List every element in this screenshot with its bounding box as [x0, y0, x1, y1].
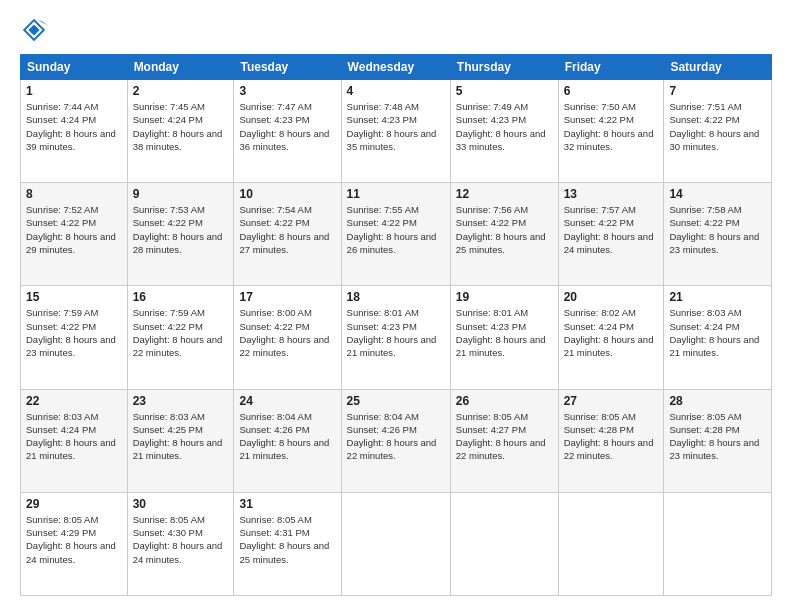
day-info: Sunrise: 7:48 AMSunset: 4:23 PMDaylight:…: [347, 101, 437, 152]
day-number: 23: [133, 394, 229, 408]
day-info: Sunrise: 7:45 AMSunset: 4:24 PMDaylight:…: [133, 101, 223, 152]
day-info: Sunrise: 8:04 AMSunset: 4:26 PMDaylight:…: [347, 411, 437, 462]
day-number: 22: [26, 394, 122, 408]
day-info: Sunrise: 7:51 AMSunset: 4:22 PMDaylight:…: [669, 101, 759, 152]
table-row: 14Sunrise: 7:58 AMSunset: 4:22 PMDayligh…: [664, 183, 772, 286]
day-info: Sunrise: 7:59 AMSunset: 4:22 PMDaylight:…: [26, 307, 116, 358]
table-row: 30Sunrise: 8:05 AMSunset: 4:30 PMDayligh…: [127, 492, 234, 595]
day-info: Sunrise: 8:01 AMSunset: 4:23 PMDaylight:…: [347, 307, 437, 358]
table-row: 17Sunrise: 8:00 AMSunset: 4:22 PMDayligh…: [234, 286, 341, 389]
table-row: 31Sunrise: 8:05 AMSunset: 4:31 PMDayligh…: [234, 492, 341, 595]
logo: [20, 16, 52, 44]
table-row: [450, 492, 558, 595]
day-info: Sunrise: 7:56 AMSunset: 4:22 PMDaylight:…: [456, 204, 546, 255]
day-info: Sunrise: 8:00 AMSunset: 4:22 PMDaylight:…: [239, 307, 329, 358]
calendar-header-monday: Monday: [127, 55, 234, 80]
table-row: [664, 492, 772, 595]
day-info: Sunrise: 7:55 AMSunset: 4:22 PMDaylight:…: [347, 204, 437, 255]
table-row: 19Sunrise: 8:01 AMSunset: 4:23 PMDayligh…: [450, 286, 558, 389]
day-number: 12: [456, 187, 553, 201]
day-number: 24: [239, 394, 335, 408]
table-row: 27Sunrise: 8:05 AMSunset: 4:28 PMDayligh…: [558, 389, 664, 492]
day-info: Sunrise: 7:57 AMSunset: 4:22 PMDaylight:…: [564, 204, 654, 255]
table-row: 20Sunrise: 8:02 AMSunset: 4:24 PMDayligh…: [558, 286, 664, 389]
calendar-header-wednesday: Wednesday: [341, 55, 450, 80]
day-info: Sunrise: 7:54 AMSunset: 4:22 PMDaylight:…: [239, 204, 329, 255]
table-row: 8Sunrise: 7:52 AMSunset: 4:22 PMDaylight…: [21, 183, 128, 286]
table-row: 5Sunrise: 7:49 AMSunset: 4:23 PMDaylight…: [450, 80, 558, 183]
day-number: 20: [564, 290, 659, 304]
day-number: 7: [669, 84, 766, 98]
day-info: Sunrise: 7:53 AMSunset: 4:22 PMDaylight:…: [133, 204, 223, 255]
day-number: 1: [26, 84, 122, 98]
table-row: [558, 492, 664, 595]
day-info: Sunrise: 8:05 AMSunset: 4:28 PMDaylight:…: [564, 411, 654, 462]
table-row: [341, 492, 450, 595]
table-row: 24Sunrise: 8:04 AMSunset: 4:26 PMDayligh…: [234, 389, 341, 492]
header: [20, 16, 772, 44]
day-info: Sunrise: 7:49 AMSunset: 4:23 PMDaylight:…: [456, 101, 546, 152]
day-number: 3: [239, 84, 335, 98]
day-number: 27: [564, 394, 659, 408]
day-number: 25: [347, 394, 445, 408]
table-row: 1Sunrise: 7:44 AMSunset: 4:24 PMDaylight…: [21, 80, 128, 183]
day-info: Sunrise: 7:52 AMSunset: 4:22 PMDaylight:…: [26, 204, 116, 255]
day-info: Sunrise: 7:47 AMSunset: 4:23 PMDaylight:…: [239, 101, 329, 152]
day-info: Sunrise: 8:05 AMSunset: 4:30 PMDaylight:…: [133, 514, 223, 565]
day-number: 6: [564, 84, 659, 98]
table-row: 22Sunrise: 8:03 AMSunset: 4:24 PMDayligh…: [21, 389, 128, 492]
table-row: 15Sunrise: 7:59 AMSunset: 4:22 PMDayligh…: [21, 286, 128, 389]
day-info: Sunrise: 7:58 AMSunset: 4:22 PMDaylight:…: [669, 204, 759, 255]
day-number: 11: [347, 187, 445, 201]
table-row: 2Sunrise: 7:45 AMSunset: 4:24 PMDaylight…: [127, 80, 234, 183]
day-number: 8: [26, 187, 122, 201]
day-info: Sunrise: 8:05 AMSunset: 4:31 PMDaylight:…: [239, 514, 329, 565]
table-row: 13Sunrise: 7:57 AMSunset: 4:22 PMDayligh…: [558, 183, 664, 286]
day-number: 15: [26, 290, 122, 304]
table-row: 28Sunrise: 8:05 AMSunset: 4:28 PMDayligh…: [664, 389, 772, 492]
table-row: 16Sunrise: 7:59 AMSunset: 4:22 PMDayligh…: [127, 286, 234, 389]
table-row: 12Sunrise: 7:56 AMSunset: 4:22 PMDayligh…: [450, 183, 558, 286]
table-row: 26Sunrise: 8:05 AMSunset: 4:27 PMDayligh…: [450, 389, 558, 492]
day-number: 9: [133, 187, 229, 201]
calendar: SundayMondayTuesdayWednesdayThursdayFrid…: [20, 54, 772, 596]
day-number: 5: [456, 84, 553, 98]
day-info: Sunrise: 8:05 AMSunset: 4:29 PMDaylight:…: [26, 514, 116, 565]
calendar-header-friday: Friday: [558, 55, 664, 80]
day-number: 4: [347, 84, 445, 98]
day-info: Sunrise: 8:02 AMSunset: 4:24 PMDaylight:…: [564, 307, 654, 358]
table-row: 29Sunrise: 8:05 AMSunset: 4:29 PMDayligh…: [21, 492, 128, 595]
table-row: 3Sunrise: 7:47 AMSunset: 4:23 PMDaylight…: [234, 80, 341, 183]
logo-icon: [20, 16, 48, 44]
day-number: 10: [239, 187, 335, 201]
day-info: Sunrise: 8:03 AMSunset: 4:25 PMDaylight:…: [133, 411, 223, 462]
day-number: 21: [669, 290, 766, 304]
table-row: 11Sunrise: 7:55 AMSunset: 4:22 PMDayligh…: [341, 183, 450, 286]
table-row: 18Sunrise: 8:01 AMSunset: 4:23 PMDayligh…: [341, 286, 450, 389]
day-number: 2: [133, 84, 229, 98]
table-row: 23Sunrise: 8:03 AMSunset: 4:25 PMDayligh…: [127, 389, 234, 492]
calendar-header-saturday: Saturday: [664, 55, 772, 80]
table-row: 10Sunrise: 7:54 AMSunset: 4:22 PMDayligh…: [234, 183, 341, 286]
day-info: Sunrise: 8:05 AMSunset: 4:27 PMDaylight:…: [456, 411, 546, 462]
table-row: 6Sunrise: 7:50 AMSunset: 4:22 PMDaylight…: [558, 80, 664, 183]
day-info: Sunrise: 7:59 AMSunset: 4:22 PMDaylight:…: [133, 307, 223, 358]
calendar-header-thursday: Thursday: [450, 55, 558, 80]
day-number: 28: [669, 394, 766, 408]
day-number: 29: [26, 497, 122, 511]
day-info: Sunrise: 7:50 AMSunset: 4:22 PMDaylight:…: [564, 101, 654, 152]
day-info: Sunrise: 8:03 AMSunset: 4:24 PMDaylight:…: [26, 411, 116, 462]
day-info: Sunrise: 8:01 AMSunset: 4:23 PMDaylight:…: [456, 307, 546, 358]
day-info: Sunrise: 8:04 AMSunset: 4:26 PMDaylight:…: [239, 411, 329, 462]
table-row: 21Sunrise: 8:03 AMSunset: 4:24 PMDayligh…: [664, 286, 772, 389]
day-info: Sunrise: 8:03 AMSunset: 4:24 PMDaylight:…: [669, 307, 759, 358]
day-info: Sunrise: 7:44 AMSunset: 4:24 PMDaylight:…: [26, 101, 116, 152]
table-row: 9Sunrise: 7:53 AMSunset: 4:22 PMDaylight…: [127, 183, 234, 286]
table-row: 7Sunrise: 7:51 AMSunset: 4:22 PMDaylight…: [664, 80, 772, 183]
calendar-header-sunday: Sunday: [21, 55, 128, 80]
day-number: 30: [133, 497, 229, 511]
day-info: Sunrise: 8:05 AMSunset: 4:28 PMDaylight:…: [669, 411, 759, 462]
table-row: 25Sunrise: 8:04 AMSunset: 4:26 PMDayligh…: [341, 389, 450, 492]
day-number: 18: [347, 290, 445, 304]
table-row: 4Sunrise: 7:48 AMSunset: 4:23 PMDaylight…: [341, 80, 450, 183]
